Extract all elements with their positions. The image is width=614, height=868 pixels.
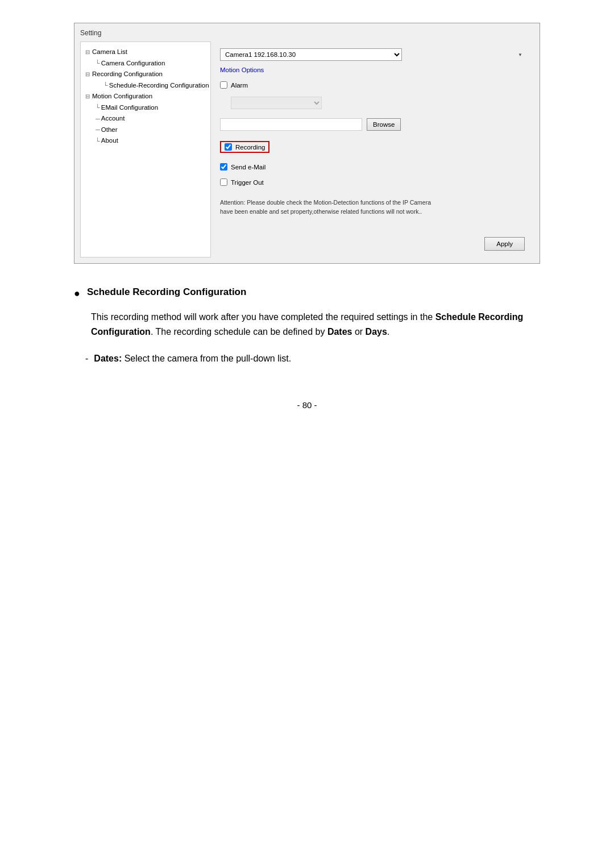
tree-label: About bbox=[101, 135, 118, 147]
tree-item-motion-config[interactable]: ⊟ Motion Configuration bbox=[85, 91, 206, 102]
apply-row: Apply bbox=[220, 226, 525, 251]
tree-label: Other bbox=[101, 124, 118, 136]
para-bold3: Days bbox=[366, 327, 387, 337]
minus-icon: ⊟ bbox=[85, 47, 90, 57]
right-panel: Camera1 192.168.10.30 Motion Options Ala… bbox=[211, 41, 534, 258]
beep-dropdown[interactable] bbox=[231, 97, 322, 109]
send-email-checkbox[interactable] bbox=[220, 163, 227, 171]
page-number: - 80 - bbox=[297, 400, 317, 410]
dash-label: Dates: bbox=[94, 354, 122, 363]
para-mid: . The recording schedule can be defined … bbox=[151, 327, 327, 337]
browse-row: Browse bbox=[220, 118, 525, 131]
tree-item-other[interactable]: ─ Other bbox=[85, 124, 206, 136]
setting-body: ⊟ Camera List └ Camera Configuration ⊟ R… bbox=[80, 41, 534, 258]
connector-icon: ─ bbox=[96, 124, 100, 135]
browse-input[interactable] bbox=[220, 118, 362, 131]
alarm-checkbox[interactable] bbox=[220, 81, 227, 89]
tree-item-camera-config[interactable]: └ Camera Configuration bbox=[85, 58, 206, 69]
tree-item-recording-config[interactable]: ⊟ Recording Configuration bbox=[85, 69, 206, 80]
trigger-out-checkbox[interactable] bbox=[220, 178, 227, 186]
recording-option: Recording bbox=[220, 141, 269, 153]
tree-label: Camera List bbox=[92, 47, 127, 58]
alarm-row: Alarm bbox=[220, 81, 525, 89]
paragraph: This recording method will work after yo… bbox=[91, 310, 540, 340]
para-bold2: Dates bbox=[327, 327, 352, 337]
connector-icon: ─ bbox=[96, 114, 100, 124]
para-text1: This recording method will work after yo… bbox=[91, 312, 435, 322]
connector-icon: └ bbox=[103, 80, 108, 91]
minus-icon: ⊟ bbox=[85, 69, 90, 79]
dash-content: Dates: Select the camera from the pull-d… bbox=[94, 351, 291, 366]
camera-dropdown-wrapper[interactable]: Camera1 192.168.10.30 bbox=[220, 48, 525, 61]
recording-label: Recording bbox=[235, 144, 265, 151]
bullet-dot: ● bbox=[74, 288, 80, 300]
trigger-out-row: Trigger Out bbox=[220, 178, 525, 186]
connector-icon: └ bbox=[96, 102, 100, 113]
browse-button[interactable]: Browse bbox=[367, 118, 401, 131]
tree-item-about[interactable]: └ About bbox=[85, 135, 206, 147]
dash-symbol: - bbox=[85, 351, 88, 366]
camera-dropdown[interactable]: Camera1 192.168.10.30 bbox=[220, 48, 402, 61]
send-email-label: Send e-Mail bbox=[231, 164, 265, 171]
dash-text: Select the camera from the pull-down lis… bbox=[122, 354, 291, 363]
para-end: . bbox=[387, 327, 389, 337]
tree-label: Account bbox=[101, 113, 125, 124]
tree-panel: ⊟ Camera List └ Camera Configuration ⊟ R… bbox=[80, 41, 211, 258]
tree-label: Motion Configuration bbox=[92, 91, 152, 102]
connector-icon: └ bbox=[96, 58, 100, 69]
dash-item: - Dates: Select the camera from the pull… bbox=[85, 351, 540, 366]
tree-item-camera-list[interactable]: ⊟ Camera List bbox=[85, 47, 206, 58]
apply-button[interactable]: Apply bbox=[484, 237, 525, 251]
motion-options-label: Motion Options bbox=[220, 67, 525, 73]
tree-label: EMail Configuration bbox=[101, 102, 158, 114]
recording-checkbox[interactable] bbox=[225, 143, 232, 151]
tree-label: Recording Configuration bbox=[92, 69, 163, 80]
setting-title: Setting bbox=[80, 29, 534, 37]
tree-label: Camera Configuration bbox=[101, 58, 165, 69]
setting-window: Setting ⊟ Camera List └ Camera Configura… bbox=[74, 23, 540, 264]
page-content: Setting ⊟ Camera List └ Camera Configura… bbox=[45, 23, 569, 410]
trigger-out-label: Trigger Out bbox=[231, 179, 264, 186]
tree-item-email-config[interactable]: └ EMail Configuration bbox=[85, 102, 206, 114]
section-heading: Schedule Recording Configuration bbox=[87, 286, 247, 298]
tree-item-account[interactable]: ─ Account bbox=[85, 113, 206, 124]
para-or: or bbox=[352, 327, 365, 337]
beep-row bbox=[220, 97, 525, 109]
alarm-label: Alarm bbox=[231, 82, 248, 89]
connector-icon: └ bbox=[96, 136, 100, 147]
minus-icon: ⊟ bbox=[85, 92, 90, 101]
tree-label: Schedule-Recording Configuration bbox=[109, 80, 209, 92]
text-section: ● Schedule Recording Configuration This … bbox=[74, 286, 540, 366]
send-email-row: Send e-Mail bbox=[220, 163, 525, 171]
tree-item-schedule-recording[interactable]: └ Schedule-Recording Configuration bbox=[85, 80, 206, 92]
bullet-heading: ● Schedule Recording Configuration bbox=[74, 286, 540, 300]
attention-text: Attention: Please double check the Motio… bbox=[220, 198, 436, 217]
